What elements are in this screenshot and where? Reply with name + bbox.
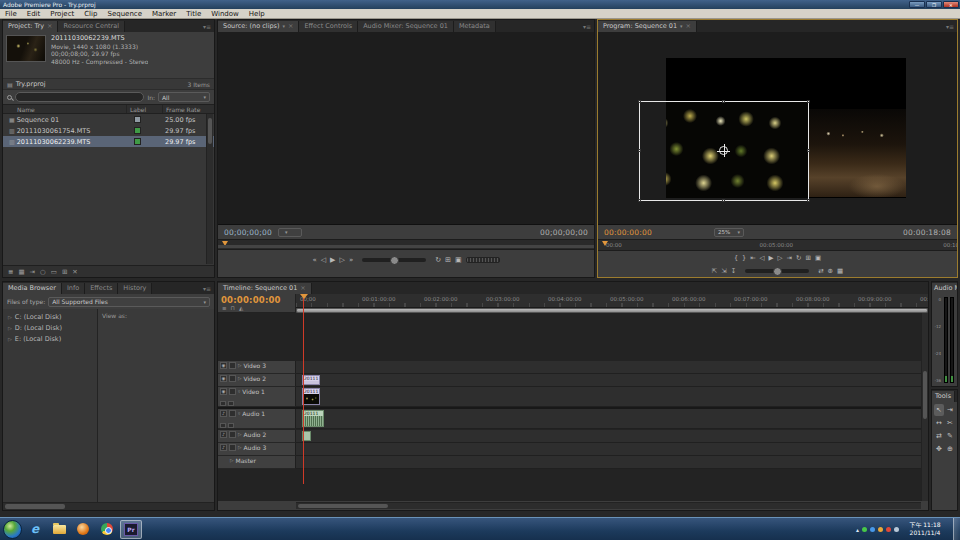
new-bin-button[interactable]: ▭ xyxy=(51,268,57,276)
timeline-clip[interactable]: 20111 xyxy=(302,388,320,405)
playhead-icon[interactable] xyxy=(300,294,308,299)
overwrite-button[interactable]: ⊕ xyxy=(828,267,833,275)
tab-info[interactable]: Info xyxy=(62,283,85,294)
track-lane[interactable] xyxy=(296,361,921,374)
track-output-toggle[interactable]: ◉ xyxy=(220,375,227,382)
track-expand-arrow[interactable]: ▷ xyxy=(238,362,241,370)
zoom-tool[interactable]: ⊕ xyxy=(945,443,955,455)
track-lock-toggle[interactable] xyxy=(229,444,236,451)
jog-control[interactable] xyxy=(466,257,500,263)
tab-project[interactable]: Project: Try × xyxy=(3,21,58,32)
timeline-ruler[interactable]: 00;00 00:01:00:00 00:02:00:00 00:03:00:0… xyxy=(296,294,928,308)
track-lock-toggle[interactable] xyxy=(229,388,236,395)
clip-thumbnail[interactable] xyxy=(6,35,46,62)
step-back-button[interactable]: ◁ xyxy=(760,254,765,262)
icon-view-button[interactable]: ▦ xyxy=(18,268,24,276)
track-lock-toggle[interactable] xyxy=(229,431,236,438)
menu-edit[interactable]: Edit xyxy=(22,10,46,18)
keyframe-toggle[interactable] xyxy=(228,423,234,428)
label-chip[interactable] xyxy=(134,138,141,145)
files-of-type-dropdown[interactable]: All Supported Files ▾ xyxy=(48,297,210,307)
find-button[interactable]: ○ xyxy=(40,268,46,276)
anchor-point-icon[interactable] xyxy=(719,146,728,155)
search-in-dropdown[interactable]: All ▾ xyxy=(158,92,210,102)
razor-tool[interactable]: ✂ xyxy=(945,417,955,429)
chevron-down-icon[interactable]: ▾ xyxy=(680,21,683,32)
clear-button[interactable]: ✕ xyxy=(72,268,77,276)
ie-taskbar-icon[interactable]: e xyxy=(24,520,46,539)
keyframe-toggle[interactable] xyxy=(228,401,234,406)
shuttle-slider[interactable] xyxy=(745,269,809,273)
track-expand-arrow[interactable]: ▷ xyxy=(238,375,241,383)
panel-menu-icon[interactable]: ▾≡ xyxy=(943,21,957,32)
track-lock-toggle[interactable] xyxy=(229,362,236,369)
selection-handle[interactable] xyxy=(807,149,810,152)
menu-marker[interactable]: Marker xyxy=(147,10,181,18)
pen-tool[interactable]: ✎ xyxy=(945,430,955,442)
table-row-clip[interactable]: ▥ 20111030061754.MTS 29.97 fps xyxy=(3,125,214,136)
play-button[interactable]: ▶ xyxy=(769,254,774,262)
selection-handle[interactable] xyxy=(807,199,810,202)
track-mute-toggle[interactable]: ♪ xyxy=(220,410,227,417)
tree-item-c-drive[interactable]: ▷ C: (Local Disk) xyxy=(3,311,97,322)
explorer-taskbar-icon[interactable] xyxy=(48,520,70,539)
tab-audio-mixer[interactable]: Audio Mixer: Sequence 01 xyxy=(358,21,454,32)
multi-camera-button[interactable]: ▦ xyxy=(837,267,843,275)
track-select-tool[interactable]: ⇥ xyxy=(945,404,955,416)
export-frame-button[interactable]: ↧ xyxy=(731,267,736,275)
tab-effects[interactable]: Effects xyxy=(85,283,118,294)
list-view-button[interactable]: ≣ xyxy=(8,268,13,276)
scrollbar[interactable] xyxy=(921,313,928,501)
safe-margins-button[interactable]: ⊞ xyxy=(445,255,451,265)
tab-close-icon[interactable]: × xyxy=(288,21,293,32)
go-to-in-button[interactable]: ⇤ xyxy=(750,254,755,262)
source-monitor-screen[interactable] xyxy=(218,32,594,225)
tab-timeline[interactable]: Timeline: Sequence 01 × xyxy=(218,283,312,294)
track-lane[interactable]: 20111 xyxy=(296,374,921,387)
tab-close-icon[interactable]: × xyxy=(47,21,52,32)
go-to-out-button[interactable]: ⇥ xyxy=(787,254,792,262)
slip-tool[interactable]: ⇄ xyxy=(934,430,944,442)
output-button[interactable]: ▣ xyxy=(455,255,462,265)
tray-icon[interactable] xyxy=(878,527,883,532)
menu-window[interactable]: Window xyxy=(206,10,244,18)
loop-button[interactable]: ↻ xyxy=(435,255,441,265)
track-mute-toggle[interactable]: ♪ xyxy=(220,444,227,451)
lift-button[interactable]: ⇱ xyxy=(712,267,717,275)
tray-icon[interactable] xyxy=(894,527,899,532)
scrollbar[interactable] xyxy=(3,502,214,510)
scrollbar[interactable] xyxy=(296,502,921,509)
track-mute-toggle[interactable]: ♪ xyxy=(220,431,227,438)
tab-metadata[interactable]: Metadata xyxy=(454,21,496,32)
menu-title[interactable]: Title xyxy=(181,10,206,18)
expand-arrow-icon[interactable]: ▷ xyxy=(8,314,12,320)
track-output-toggle[interactable]: ◉ xyxy=(220,362,227,369)
show-desktop-button[interactable] xyxy=(953,518,960,540)
tab-close-icon[interactable]: × xyxy=(686,21,691,32)
extract-button[interactable]: ⇲ xyxy=(721,267,726,275)
panel-menu-icon[interactable]: ▾≡ xyxy=(200,21,214,32)
selection-handle[interactable] xyxy=(638,199,641,202)
track-lane[interactable]: 20111 xyxy=(296,409,921,429)
track-output-toggle[interactable]: ◉ xyxy=(220,388,227,395)
track-expand-arrow[interactable]: ▷ xyxy=(238,444,241,452)
tree-item-d-drive[interactable]: ▷ D: (Local Disk) xyxy=(3,322,97,333)
track-lane[interactable] xyxy=(296,443,921,456)
new-item-button[interactable]: ⊞ xyxy=(62,268,67,276)
track-expand-arrow[interactable]: ▷ xyxy=(238,431,241,439)
go-to-out-button[interactable]: » xyxy=(349,255,353,265)
play-button[interactable]: ▶ xyxy=(330,255,335,265)
snap-toggle[interactable]: ⊓ xyxy=(231,305,235,311)
menu-project[interactable]: Project xyxy=(45,10,79,18)
program-mini-ruler[interactable]: 00:00 00:05:00:00 00:10 xyxy=(598,239,957,251)
timeline-current-timecode[interactable]: 00:00:00:00 xyxy=(218,294,295,305)
tray-up-arrow[interactable]: ▴ xyxy=(856,526,859,533)
selection-handle[interactable] xyxy=(638,100,641,103)
expand-arrow-icon[interactable]: ▷ xyxy=(8,336,12,342)
track-lane[interactable] xyxy=(296,456,921,469)
menu-help[interactable]: Help xyxy=(244,10,270,18)
selection-handle[interactable] xyxy=(722,100,725,103)
go-to-in-button[interactable]: « xyxy=(312,255,316,265)
column-frame-rate[interactable]: Frame Rate xyxy=(162,105,214,113)
expand-arrow-icon[interactable]: ▷ xyxy=(8,325,12,331)
